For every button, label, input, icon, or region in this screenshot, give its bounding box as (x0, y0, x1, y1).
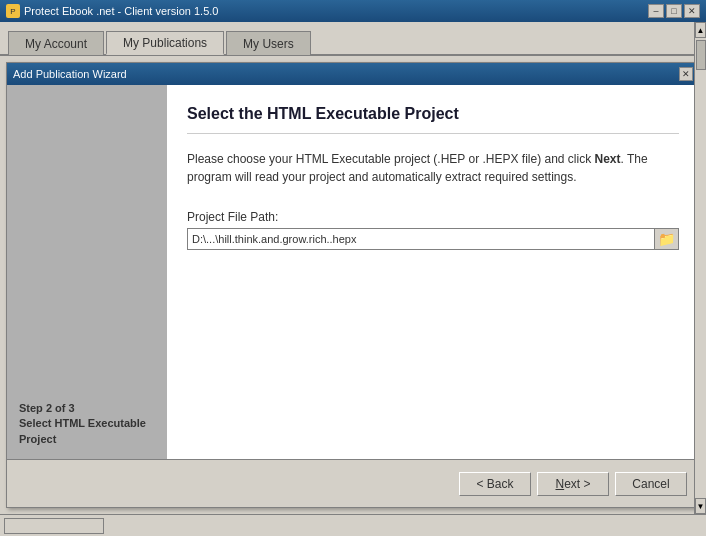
folder-icon: 📁 (658, 231, 675, 247)
main-window: My Account My Publications My Users Add … (0, 22, 706, 536)
wizard-right-panel: Select the HTML Executable Project Pleas… (167, 85, 699, 459)
scroll-up-button[interactable]: ▲ (695, 22, 706, 38)
tab-my-publications[interactable]: My Publications (106, 31, 224, 55)
dialog-close-button[interactable]: ✕ (679, 67, 693, 81)
wizard-heading: Select the HTML Executable Project (187, 105, 679, 134)
status-panel (4, 518, 104, 534)
app-title: Protect Ebook .net - Client version 1.5.… (24, 5, 218, 17)
outer-scrollbar: ▲ ▼ (694, 22, 706, 514)
scroll-track (695, 38, 706, 498)
browse-button[interactable]: 📁 (655, 228, 679, 250)
tab-my-account[interactable]: My Account (8, 31, 104, 55)
file-path-group: Project File Path: 📁 (187, 210, 679, 250)
dialog-title-bar: Add Publication Wizard ✕ (7, 63, 699, 85)
cancel-button[interactable]: Cancel (615, 472, 687, 496)
wizard-bold-text: Next (595, 152, 621, 166)
scroll-down-button[interactable]: ▼ (695, 498, 706, 514)
app-icon: P (6, 4, 20, 18)
content-area: Add Publication Wizard ✕ Step 2 of 3 Sel… (0, 56, 706, 514)
dialog-body: Step 2 of 3 Select HTML Executable Proje… (7, 85, 699, 459)
minimize-button[interactable]: – (648, 4, 664, 18)
tab-bar: My Account My Publications My Users (0, 22, 706, 56)
dialog-title: Add Publication Wizard (13, 68, 127, 80)
dialog-bottom-bar: < Back Next > Cancel (7, 459, 699, 507)
file-path-label: Project File Path: (187, 210, 679, 224)
file-path-input[interactable] (187, 228, 655, 250)
tab-my-users[interactable]: My Users (226, 31, 311, 55)
next-button[interactable]: Next > (537, 472, 609, 496)
wizard-left-panel: Step 2 of 3 Select HTML Executable Proje… (7, 85, 167, 459)
step-line1: Step 2 of 3 (19, 401, 155, 416)
maximize-button[interactable]: □ (666, 4, 682, 18)
step-info: Step 2 of 3 Select HTML Executable Proje… (19, 401, 155, 447)
title-bar: P Protect Ebook .net - Client version 1.… (0, 0, 706, 22)
wizard-description: Please choose your HTML Executable proje… (187, 150, 679, 186)
step-line2: Select HTML Executable Project (19, 416, 155, 447)
status-bar (0, 514, 706, 536)
add-publication-dialog: Add Publication Wizard ✕ Step 2 of 3 Sel… (6, 62, 700, 508)
back-button[interactable]: < Back (459, 472, 531, 496)
scroll-thumb[interactable] (696, 40, 706, 70)
file-input-row: 📁 (187, 228, 679, 250)
close-button[interactable]: ✕ (684, 4, 700, 18)
